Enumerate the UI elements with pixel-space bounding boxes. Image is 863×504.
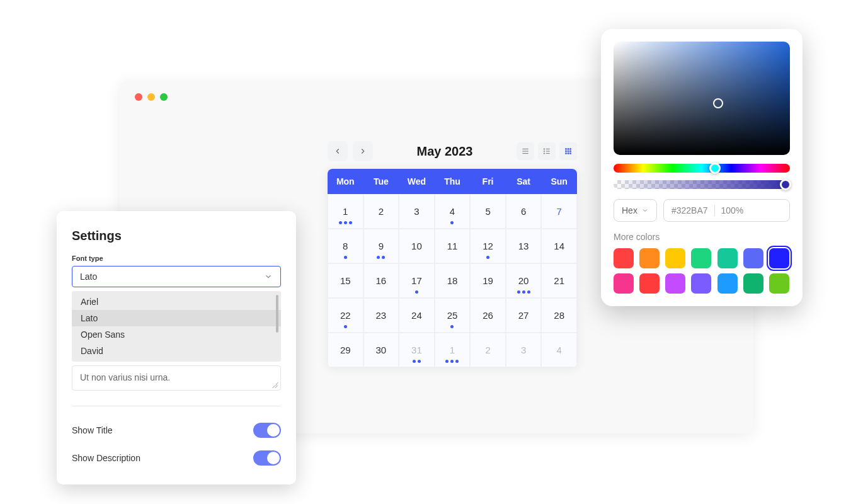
calendar-day[interactable]: 21 — [541, 263, 577, 298]
hue-cursor[interactable] — [709, 163, 721, 174]
calendar-day[interactable]: 3 — [506, 333, 542, 367]
color-swatch[interactable] — [639, 273, 660, 294]
show-description-label: Show Description — [72, 453, 140, 463]
color-swatch[interactable] — [743, 273, 763, 294]
calendar-day[interactable]: 17 — [399, 263, 435, 298]
event-dots — [450, 325, 454, 328]
window-controls — [135, 93, 168, 101]
day-number: 22 — [340, 310, 351, 321]
calendar-day[interactable]: 7 — [541, 194, 577, 229]
color-saturation-area[interactable] — [614, 42, 790, 155]
alpha-slider[interactable] — [614, 180, 790, 189]
calendar-day[interactable]: 10 — [399, 229, 435, 263]
maximize-window-button[interactable] — [160, 93, 168, 101]
view-agenda-button[interactable] — [538, 142, 556, 160]
calendar-day[interactable]: 22 — [328, 298, 363, 333]
close-window-button[interactable] — [135, 93, 142, 101]
font-option[interactable]: Lato — [72, 310, 281, 326]
calendar-day[interactable]: 31 — [399, 333, 435, 367]
color-swatch[interactable] — [769, 248, 789, 268]
calendar-day[interactable]: 24 — [399, 298, 435, 333]
calendar-day[interactable]: 2 — [363, 194, 399, 229]
font-option[interactable]: Ariel — [72, 294, 281, 310]
calendar-day[interactable]: 1 — [435, 333, 471, 367]
day-number: 17 — [411, 275, 422, 286]
chevron-down-icon — [641, 207, 649, 214]
calendar-day[interactable]: 14 — [541, 229, 577, 263]
calendar-day[interactable]: 20 — [506, 263, 542, 298]
calendar-day[interactable]: 3 — [399, 194, 435, 229]
event-dots — [450, 221, 454, 224]
divider — [72, 406, 281, 406]
font-select[interactable]: Lato — [72, 266, 281, 287]
color-swatch[interactable] — [691, 248, 711, 268]
day-number: 11 — [447, 241, 458, 251]
calendar-day[interactable]: 8 — [328, 229, 363, 263]
color-swatch[interactable] — [717, 248, 738, 268]
svg-point-13 — [568, 151, 569, 152]
alpha-cursor[interactable] — [780, 179, 791, 190]
view-grid-button[interactable] — [559, 142, 577, 160]
minimize-window-button[interactable] — [147, 93, 155, 101]
color-swatch[interactable] — [717, 273, 738, 294]
font-option[interactable]: David — [72, 343, 281, 359]
font-option[interactable]: Open Sans — [72, 326, 281, 343]
color-swatch[interactable] — [614, 273, 634, 294]
color-cursor[interactable] — [713, 98, 723, 108]
color-swatch[interactable] — [743, 248, 763, 268]
calendar-day[interactable]: 4 — [541, 333, 577, 367]
settings-panel: Settings Font type Lato ArielLatoOpen Sa… — [57, 211, 296, 484]
calendar-day[interactable]: 12 — [470, 229, 506, 263]
event-dots — [339, 221, 352, 224]
calendar-grid: MonTueWedThuFriSatSun 123456789101112131… — [328, 169, 577, 367]
calendar-day[interactable]: 29 — [328, 333, 363, 367]
day-number: 4 — [450, 206, 455, 217]
dropdown-scrollbar[interactable] — [276, 295, 278, 333]
calendar-day[interactable]: 27 — [506, 298, 542, 333]
font-select-value: Lato — [80, 272, 97, 282]
calendar-day[interactable]: 5 — [470, 194, 506, 229]
calendar-day[interactable]: 28 — [541, 298, 577, 333]
color-format-select[interactable]: Hex — [614, 199, 657, 222]
calendar-day[interactable]: 23 — [363, 298, 399, 333]
day-number: 27 — [518, 310, 529, 321]
calendar-day[interactable]: 4 — [435, 194, 471, 229]
weekday-header: Tue — [363, 169, 399, 194]
day-number: 23 — [376, 310, 387, 321]
show-title-toggle[interactable] — [253, 423, 281, 438]
calendar-day[interactable]: 11 — [435, 229, 471, 263]
calendar-day[interactable]: 26 — [470, 298, 506, 333]
description-textarea[interactable]: Ut non varius nisi urna. — [72, 365, 281, 391]
view-list-button[interactable] — [517, 142, 534, 160]
next-month-button[interactable] — [353, 141, 373, 161]
color-swatch[interactable] — [614, 248, 634, 268]
day-number: 16 — [376, 275, 387, 286]
calendar-day[interactable]: 16 — [363, 263, 399, 298]
color-swatch[interactable] — [691, 273, 711, 294]
color-swatch[interactable] — [665, 273, 685, 294]
calendar-day[interactable]: 2 — [470, 333, 506, 367]
svg-point-5 — [544, 153, 545, 154]
calendar-day[interactable]: 15 — [328, 263, 363, 298]
day-number: 9 — [379, 241, 384, 251]
settings-title: Settings — [72, 229, 281, 243]
color-swatch[interactable] — [665, 248, 685, 268]
color-value-input[interactable]: #322BA7 100% — [663, 199, 790, 222]
svg-point-4 — [544, 151, 545, 152]
event-dots — [344, 325, 347, 328]
calendar-day[interactable]: 25 — [435, 298, 471, 333]
calendar-day[interactable]: 30 — [363, 333, 399, 367]
calendar-day[interactable]: 18 — [435, 263, 471, 298]
calendar-day[interactable]: 6 — [506, 194, 542, 229]
calendar-day[interactable]: 1 — [328, 194, 363, 229]
calendar-day[interactable]: 19 — [470, 263, 506, 298]
color-swatch[interactable] — [639, 248, 660, 268]
calendar-day[interactable]: 9 — [363, 229, 399, 263]
prev-month-button[interactable] — [328, 141, 348, 161]
day-number: 7 — [557, 206, 562, 217]
day-number: 1 — [450, 345, 455, 355]
calendar-day[interactable]: 13 — [506, 229, 542, 263]
hue-slider[interactable] — [614, 164, 790, 173]
color-swatch[interactable] — [769, 273, 789, 294]
show-description-toggle[interactable] — [253, 450, 281, 466]
